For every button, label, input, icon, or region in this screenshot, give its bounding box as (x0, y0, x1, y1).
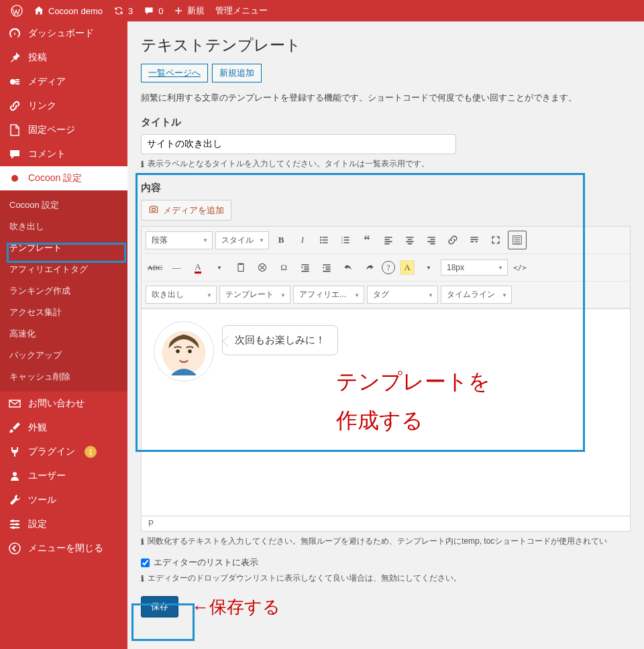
fullscreen-button[interactable] (486, 231, 505, 249)
sidebar-item-cocoon[interactable]: Cocoon 設定 (0, 166, 127, 190)
sub-item-cache[interactable]: キャッシュ削除 (0, 366, 127, 388)
hr-button[interactable]: — (167, 258, 186, 277)
updates-link[interactable]: 3 (108, 0, 138, 21)
sub-item-cocoon-settings[interactable]: Cocoon 設定 (0, 194, 127, 216)
sidebar-item-dashboard[interactable]: ダッシュボード (0, 21, 127, 46)
sidebar-label-collapse: メニューを閉じる (28, 542, 103, 554)
content-hint: 関数化するテキストを入力してください。無限ループを避けるため、テンプレート内にt… (141, 536, 631, 547)
link-icon (8, 99, 21, 113)
sidebar-item-plugins[interactable]: プラグイン1 (0, 440, 127, 464)
sidebar-item-tools[interactable]: ツール (0, 488, 127, 512)
plugin-icon (8, 445, 21, 459)
bold-button[interactable]: B (272, 231, 290, 249)
new-link[interactable]: 新規追加 (212, 64, 262, 82)
sidebar-item-posts[interactable]: 投稿 (0, 46, 127, 70)
sidebar-label-users: ユーザー (28, 470, 66, 482)
editor-body[interactable]: 次回もお楽しみに！ テンプレートを 作成する (141, 308, 631, 516)
svg-rect-16 (238, 263, 244, 271)
page-icon (8, 123, 21, 137)
align-right-button[interactable] (422, 231, 441, 249)
kitchen-sink-button[interactable] (508, 231, 527, 249)
sidebar-collapse[interactable]: メニューを閉じる (0, 536, 127, 560)
admin-menu-label: 管理メニュー (215, 5, 268, 17)
checkbox-hint: エディターのドロップダウンリストに表示しなくて良い場合は、無効にしてください。 (141, 573, 631, 584)
speech-bubble: 次回もお楽しみに！ (222, 325, 338, 355)
highlight-dropdown[interactable]: ▼ (419, 258, 438, 277)
text-color-dropdown[interactable]: ▼ (210, 258, 229, 277)
speech-select[interactable]: 吹き出し (146, 286, 217, 304)
special-char-button[interactable]: Ω (274, 258, 293, 277)
clear-format-button[interactable] (253, 258, 272, 277)
collapse-icon (8, 542, 21, 555)
camera-icon (148, 204, 159, 217)
strike-button[interactable]: ABC (146, 258, 164, 277)
sidebar-item-pages[interactable]: 固定ページ (0, 118, 127, 142)
admin-sidebar: ダッシュボード 投稿 メディア リンク 固定ページ コメント Cocoon 設定… (0, 21, 127, 649)
sub-item-backup[interactable]: バックアップ (0, 345, 127, 366)
comment-icon (8, 148, 21, 161)
save-button[interactable]: 保存 (141, 596, 178, 617)
affiliate-select[interactable]: アフィリエ... (293, 286, 364, 304)
svg-point-8 (152, 208, 156, 211)
outdent-button[interactable] (296, 258, 315, 277)
quote-button[interactable]: “ (358, 231, 376, 249)
format-select[interactable]: 段落 (146, 231, 213, 249)
wp-logo[interactable] (5, 0, 28, 21)
sidebar-item-comments[interactable]: コメント (0, 142, 127, 166)
site-name-link[interactable]: Cocoon demo (28, 0, 108, 21)
italic-button[interactable]: I (293, 231, 312, 249)
highlight-button[interactable]: A (398, 258, 417, 277)
svg-point-6 (12, 526, 15, 529)
toolbar-row-1: 段落 スタイル B I 123 “ (142, 227, 630, 254)
admin-menu-link[interactable]: 管理メニュー (210, 0, 273, 21)
link-button[interactable] (443, 231, 462, 249)
bullet-list-button[interactable] (315, 231, 333, 249)
style-select[interactable]: スタイル (215, 231, 269, 249)
svg-point-9 (320, 237, 321, 238)
list-link[interactable]: 一覧ページへ (141, 64, 208, 82)
timeline-select[interactable]: タイムライン (441, 286, 512, 304)
title-label: タイトル (141, 116, 631, 129)
svg-point-4 (11, 520, 14, 522)
sidebar-item-contact[interactable]: お問い合わせ (0, 392, 127, 416)
sidebar-label-plugins: プラグイン (28, 446, 75, 458)
paste-text-button[interactable] (231, 258, 250, 277)
sidebar-item-appearance[interactable]: 外観 (0, 416, 127, 440)
show-in-list-checkbox[interactable] (141, 558, 150, 567)
sidebar-item-users[interactable]: ユーザー (0, 464, 127, 488)
admin-bar: Cocoon demo 3 0 新規 管理メニュー (0, 0, 644, 21)
number-list-button[interactable]: 123 (336, 231, 355, 249)
sub-item-speedup[interactable]: 高速化 (0, 323, 127, 345)
svg-point-3 (13, 472, 17, 476)
sidebar-label-media: メディア (28, 76, 66, 88)
sidebar-label-posts: 投稿 (28, 52, 47, 64)
title-input[interactable] (141, 134, 456, 154)
sub-item-template[interactable]: テンプレート (0, 237, 127, 259)
fontsize-select[interactable]: 18px (441, 259, 508, 276)
text-color-button[interactable]: A (189, 258, 207, 277)
align-center-button[interactable] (400, 231, 419, 249)
svg-point-11 (320, 242, 321, 243)
sub-item-speech[interactable]: 吹き出し (0, 216, 127, 237)
content-label: 内容 (141, 182, 631, 194)
sub-item-ranking[interactable]: ランキング作成 (0, 280, 127, 302)
sub-item-access[interactable]: アクセス集計 (0, 302, 127, 323)
sub-item-affiliate[interactable]: アフィリエイトタグ (0, 259, 127, 280)
more-button[interactable] (465, 231, 484, 249)
redo-button[interactable] (360, 258, 379, 277)
indent-button[interactable] (317, 258, 336, 277)
brush-icon (8, 421, 21, 434)
sidebar-item-links[interactable]: リンク (0, 94, 127, 118)
add-media-button[interactable]: メディアを追加 (141, 200, 231, 221)
tag-select[interactable]: タグ (367, 286, 438, 304)
align-left-button[interactable] (379, 231, 398, 249)
sidebar-item-settings[interactable]: 設定 (0, 512, 127, 536)
annotation-save: ←保存する (192, 597, 280, 617)
template-select[interactable]: テンプレート (219, 286, 290, 304)
sidebar-item-media[interactable]: メディア (0, 70, 127, 94)
undo-button[interactable] (339, 258, 358, 277)
help-button[interactable]: ? (382, 261, 395, 274)
source-code-button[interactable]: </> (511, 263, 529, 272)
comments-link[interactable]: 0 (138, 0, 168, 21)
new-link[interactable]: 新規 (168, 0, 210, 21)
